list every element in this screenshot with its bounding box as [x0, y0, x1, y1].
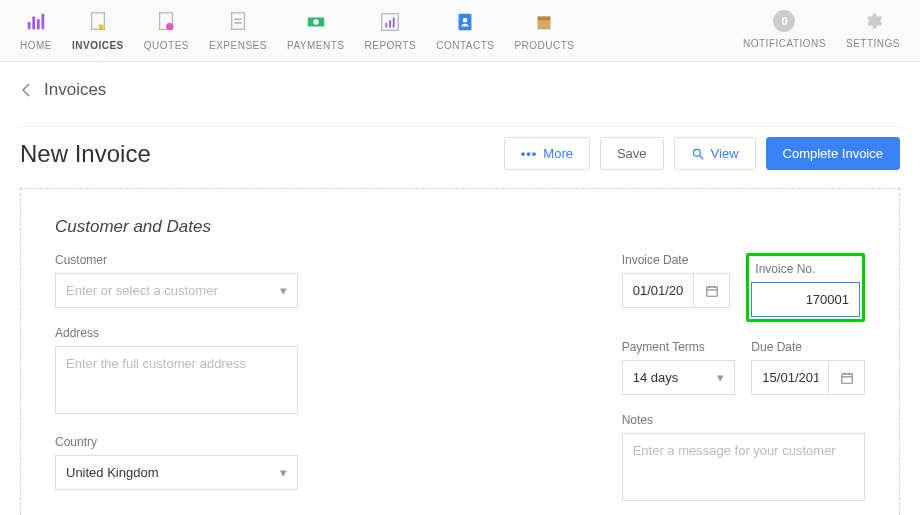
nav-label: QUOTES	[144, 40, 189, 51]
nav-home[interactable]: HOME	[20, 10, 52, 51]
nav-invoices[interactable]: INVOICES	[72, 10, 124, 51]
svg-point-12	[313, 19, 319, 25]
nav-quotes[interactable]: QUOTES	[144, 10, 189, 51]
save-button[interactable]: Save	[600, 137, 664, 170]
invoice-date-input[interactable]	[622, 273, 695, 308]
invoice-doc-icon	[86, 10, 110, 34]
nav-products[interactable]: PRODUCTS	[514, 10, 574, 51]
nav-label: NOTIFICATIONS	[743, 38, 826, 49]
notes-input[interactable]	[622, 433, 865, 501]
payment-terms-label: Payment Terms	[622, 340, 736, 354]
nav-reports[interactable]: REPORTS	[364, 10, 416, 51]
page-title: New Invoice	[20, 140, 494, 168]
svg-point-18	[463, 18, 468, 23]
svg-rect-27	[841, 373, 852, 382]
section-title: Customer and Dates	[55, 217, 865, 237]
country-select[interactable]: United Kingdom ▾	[55, 455, 298, 490]
quote-doc-icon	[154, 10, 178, 34]
nav-notifications[interactable]: 0 NOTIFICATIONS	[743, 10, 826, 49]
nav-label: SETTINGS	[846, 38, 900, 49]
home-chart-icon	[24, 10, 48, 34]
invoice-date-label: Invoice Date	[622, 253, 731, 267]
svg-rect-8	[232, 13, 245, 30]
notes-label: Notes	[622, 413, 865, 427]
caret-down-icon: ▾	[280, 465, 287, 480]
nav-settings[interactable]: SETTINGS	[846, 10, 900, 49]
form-panel: Customer and Dates Customer Enter or sel…	[20, 188, 900, 515]
due-date-input[interactable]	[751, 360, 829, 395]
complete-invoice-button[interactable]: Complete Invoice	[766, 137, 900, 170]
svg-rect-23	[707, 286, 718, 295]
chevron-left-icon	[20, 82, 32, 98]
dots-icon: •••	[521, 146, 538, 161]
view-label: View	[711, 146, 739, 161]
customer-placeholder: Enter or select a customer	[66, 283, 218, 298]
svg-rect-16	[393, 17, 395, 27]
nav-label: INVOICES	[72, 40, 124, 51]
customer-select[interactable]: Enter or select a customer ▾	[55, 273, 298, 308]
svg-point-7	[166, 23, 173, 30]
nav-label: EXPENSES	[209, 40, 267, 51]
payment-terms-select[interactable]: 14 days ▾	[622, 360, 736, 395]
nav-label: PAYMENTS	[287, 40, 345, 51]
svg-line-22	[699, 155, 703, 159]
svg-rect-3	[42, 14, 45, 30]
svg-point-21	[693, 149, 700, 156]
gear-icon	[862, 10, 884, 32]
date-picker-button[interactable]	[829, 360, 865, 395]
date-picker-button[interactable]	[694, 273, 730, 308]
svg-rect-10	[234, 22, 241, 24]
svg-rect-2	[37, 19, 40, 29]
nav-payments[interactable]: PAYMENTS	[287, 10, 345, 51]
contacts-icon	[453, 10, 477, 34]
svg-rect-1	[32, 17, 35, 30]
breadcrumb-label: Invoices	[44, 80, 106, 100]
svg-rect-5	[99, 25, 104, 30]
products-box-icon	[532, 10, 556, 34]
svg-rect-14	[386, 23, 388, 28]
more-label: More	[543, 146, 573, 161]
expenses-doc-icon	[226, 10, 250, 34]
breadcrumb[interactable]: Invoices	[20, 80, 900, 100]
caret-down-icon: ▾	[280, 283, 287, 298]
nav-label: PRODUCTS	[514, 40, 574, 51]
invoice-no-highlight: Invoice No.	[746, 253, 865, 322]
nav-label: REPORTS	[364, 40, 416, 51]
due-date-label: Due Date	[751, 340, 865, 354]
svg-rect-20	[538, 17, 551, 21]
payment-terms-value: 14 days	[633, 370, 679, 385]
view-button[interactable]: View	[674, 137, 756, 170]
nav-expenses[interactable]: EXPENSES	[209, 10, 267, 51]
address-input[interactable]	[55, 346, 298, 414]
reports-chart-icon	[378, 10, 402, 34]
search-icon	[691, 147, 705, 161]
nav-contacts[interactable]: CONTACTS	[436, 10, 494, 51]
invoice-no-label: Invoice No.	[755, 262, 860, 276]
top-navbar: HOME INVOICES QUOTES EXPENSES PAYMENTS R…	[0, 0, 920, 62]
country-value: United Kingdom	[66, 465, 159, 480]
nav-label: CONTACTS	[436, 40, 494, 51]
calendar-icon	[705, 284, 719, 298]
nav-label: HOME	[20, 40, 52, 51]
country-label: Country	[55, 435, 298, 449]
svg-rect-15	[389, 20, 391, 27]
calendar-icon	[840, 371, 854, 385]
svg-rect-9	[234, 18, 241, 20]
address-label: Address	[55, 326, 298, 340]
notification-count-badge: 0	[773, 10, 795, 32]
invoice-no-input[interactable]	[751, 282, 860, 317]
more-button[interactable]: ••• More	[504, 137, 590, 170]
customer-label: Customer	[55, 253, 298, 267]
svg-rect-0	[28, 22, 31, 29]
payments-cash-icon	[304, 10, 328, 34]
caret-down-icon: ▾	[717, 370, 724, 385]
